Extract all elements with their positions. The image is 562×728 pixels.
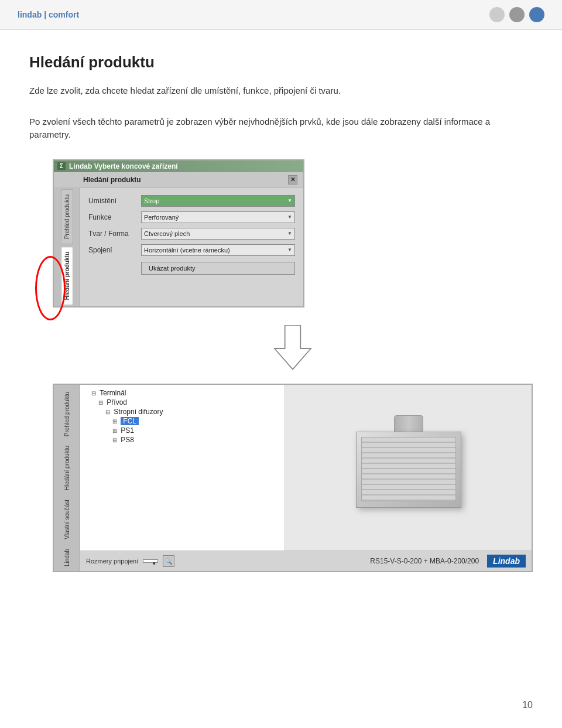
sidebar-tab-hledani-2[interactable]: Hledání produktu [61, 441, 73, 495]
dialog-subheader: Hledání produktu ✕ [54, 172, 303, 188]
select-funkce-value: Perforovaný [144, 214, 179, 221]
select-tvar-arrow: ▼ [287, 231, 292, 236]
dialog-sidebar: Prehled produktu Hledání produktu [54, 188, 80, 306]
dialog2-bottom: Rozmery pripojení ▼ 🔍 RS15-V-S-0-200 + M… [80, 551, 532, 571]
dialog-2: Prehled produktu Hledání produktu Vlastn… [53, 384, 533, 572]
dialog2-sidebar: Prehled produktu Hledání produktu Vlastn… [54, 385, 80, 571]
description-2: Po zvolení všech těchto parametrů je zob… [29, 115, 533, 142]
sidebar-tab-hledani[interactable]: Hledání produktu [61, 247, 73, 305]
product-body [356, 432, 461, 508]
dialog-1: Σ Lindab Vyberte koncové zařízení Hledán… [53, 159, 304, 307]
description-1: Zde lze zvolit, zda chcete hledat zaříze… [29, 84, 533, 98]
tree-collapse-icon-privod[interactable]: ⊟ [97, 399, 105, 406]
tree-item-ps8[interactable]: ⊞ PS8 [84, 435, 281, 445]
show-products-button[interactable]: Ukázat produkty [141, 262, 295, 275]
lindab-logo: Lindab [487, 555, 526, 568]
page-title: Hledání produktu [29, 53, 533, 71]
label-spojeni: Spojení [88, 246, 141, 254]
circle-3 [529, 7, 544, 22]
label-funkce: Funkce [88, 213, 141, 221]
select-umisteni-arrow: ▼ [287, 198, 292, 203]
tree-item-terminal: ⊟ Terminál [84, 388, 281, 398]
sidebar-tab-vlastni[interactable]: Vlastní součást [61, 495, 73, 544]
svg-marker-0 [275, 325, 311, 370]
dialog2-body: Prehled produktu Hledání produktu Vlastn… [54, 385, 532, 571]
brand-separator: | [44, 10, 49, 19]
tree-collapse-icon[interactable]: ⊟ [90, 390, 98, 397]
titlebar-text: Lindab Vyberte koncové zařízení [69, 162, 178, 170]
select-tvar-value: Ctvercový plech [144, 230, 190, 237]
label-tvar: Tvar / Forma [88, 230, 141, 238]
titlebar-icon: Σ [57, 162, 66, 170]
sidebar-tab-prehled[interactable]: Prehled produktu [61, 189, 73, 244]
subheader-text: Hledání produktu [83, 176, 141, 184]
product-code: RS15-V-S-0-200 + MBA-0-200/200 [370, 557, 479, 565]
tree-expand-icon-fcl[interactable]: ⊞ [111, 418, 119, 425]
select-spojeni[interactable]: Horizontální (vcetne rámecku) ▼ [141, 244, 295, 256]
tree-expand-icon-ps8[interactable]: ⊞ [111, 437, 119, 443]
select-umisteni-value: Strop [144, 197, 159, 204]
header-circles [489, 7, 544, 22]
arrow-container [29, 325, 533, 372]
page-number: 10 [522, 700, 533, 710]
product-grille [361, 437, 456, 501]
product-image [344, 415, 473, 521]
circle-1 [489, 7, 505, 22]
select-tvar[interactable]: Ctvercový plech ▼ [141, 228, 295, 240]
dialog-titlebar: Σ Lindab Vyberte koncové zařízení [54, 160, 303, 172]
tree-label-stropni: Stropní difuzory [114, 408, 163, 416]
dialog2-main: ⊟ Terminál ⊟ Přívod ⊟ Stropní difuzory [80, 385, 532, 571]
select-funkce-arrow: ▼ [287, 214, 292, 220]
select-funkce[interactable]: Perforovaný ▼ [141, 211, 295, 223]
header-brand: lindab | comfort [18, 10, 79, 19]
select-spojeni-arrow: ▼ [287, 247, 292, 252]
tree-item-ps1[interactable]: ⊞ PS1 [84, 426, 281, 435]
tree-panel: ⊟ Terminál ⊟ Přívod ⊟ Stropní difuzory [80, 385, 285, 551]
tree-item-privod: ⊟ Přívod [84, 398, 281, 407]
bottom-select-arrow: ▼ [152, 561, 156, 566]
tree-label-ps1: PS1 [121, 426, 134, 435]
dialog2-content-row: ⊟ Terminál ⊟ Přívod ⊟ Stropní difuzory [80, 385, 532, 551]
bottom-select[interactable]: ▼ [143, 559, 158, 563]
brand-comfort: comfort [49, 10, 79, 19]
tree-label-fcl[interactable]: FCL [121, 417, 139, 425]
select-umisteni[interactable]: Strop ▼ [141, 195, 295, 207]
bottom-label: Rozmery pripojení [86, 558, 138, 565]
tree-label-terminal: Terminál [100, 389, 126, 397]
bottom-icon[interactable]: 🔍 [163, 555, 174, 567]
form-row-funkce: Funkce Perforovaný ▼ [88, 211, 295, 223]
dialog-form: Umístění Strop ▼ Funkce Perforovaný ▼ [80, 188, 303, 306]
header: lindab | comfort [0, 0, 562, 30]
form-row-tvar: Tvar / Forma Ctvercový plech ▼ [88, 228, 295, 240]
search-icon: 🔍 [165, 558, 172, 565]
circle-2 [509, 7, 525, 22]
sidebar-tab-lindab[interactable]: Lindab [61, 544, 73, 571]
brand-lindab: lindab [18, 10, 42, 19]
form-row-spojeni: Spojení Horizontální (vcetne rámecku) ▼ [88, 244, 295, 256]
product-image-panel [285, 385, 532, 551]
down-arrow-icon [272, 325, 313, 372]
sidebar-tab-prehled-2[interactable]: Prehled produktu [61, 387, 73, 441]
tree-item-stropni: ⊟ Stropní difuzory [84, 407, 281, 416]
close-button[interactable]: ✕ [288, 175, 297, 184]
label-umisteni: Umístění [88, 197, 141, 205]
dialog-body: Prehled produktu Hledání produktu Umístě… [54, 188, 303, 306]
main-content: Hledání produktu Zde lze zvolit, zda chc… [0, 30, 562, 607]
tree-label-privod: Přívod [107, 398, 127, 406]
tree-label-ps8: PS8 [121, 436, 134, 444]
form-row-umisteni: Umístění Strop ▼ [88, 195, 295, 207]
select-spojeni-value: Horizontální (vcetne rámecku) [144, 247, 230, 254]
tree-collapse-icon-stropni[interactable]: ⊟ [104, 409, 112, 415]
tree-expand-icon-ps1[interactable]: ⊞ [111, 428, 119, 434]
tree-item-fcl[interactable]: ⊞ FCL [84, 416, 281, 426]
product-connector [394, 415, 423, 433]
screenshot-1-wrapper: Σ Lindab Vyberte koncové zařízení Hledán… [29, 159, 304, 313]
